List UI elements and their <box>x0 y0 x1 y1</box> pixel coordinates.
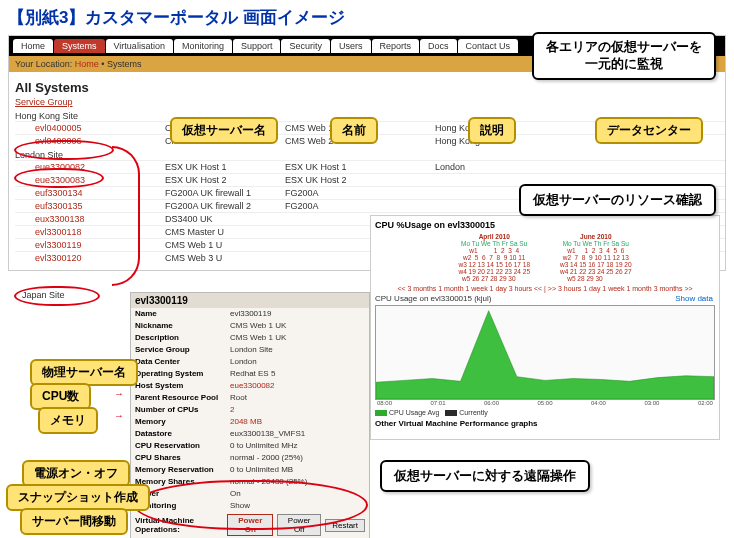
detail-value: CMS Web 1 UK <box>230 332 365 344</box>
detail-row: CPU Reservation0 to Unlimited MHz <box>131 440 369 452</box>
detail-row: CPU Sharesnormal - 2000 (25%) <box>131 452 369 464</box>
callout-remote-ops: 仮想サーバーに対する遠隔操作 <box>380 460 590 492</box>
detail-key: Name <box>135 308 230 320</box>
detail-key: Datastore <box>135 428 230 440</box>
pin-snapshot: スナップショット作成 <box>6 484 150 511</box>
ring-london-site <box>14 168 104 188</box>
legend-item: CPU Usage Avg <box>375 409 445 416</box>
detail-value: Root <box>230 392 365 404</box>
detail-row: Service GroupLondon Site <box>131 344 369 356</box>
system-id-link[interactable]: eux3300138 <box>15 214 165 224</box>
system-name: DS3400 UK <box>165 214 285 224</box>
system-id-link[interactable]: evl3300119 <box>15 240 165 250</box>
detail-row: Parent Resource PoolRoot <box>131 392 369 404</box>
system-id-link[interactable]: evl3300120 <box>15 253 165 263</box>
breadcrumb-home[interactable]: Home <box>75 59 99 69</box>
detail-value: London <box>230 356 365 368</box>
tab-contact-us[interactable]: Contact Us <box>458 39 519 53</box>
tab-virtualisation[interactable]: Virtualisation <box>106 39 173 53</box>
detail-key: Parent Resource Pool <box>135 392 230 404</box>
pin-dc: データセンター <box>595 117 703 144</box>
pin-name: 名前 <box>330 117 378 144</box>
ring-hk-site <box>14 140 114 160</box>
system-name: FG200A UK firewall 1 <box>165 188 285 198</box>
tab-reports[interactable]: Reports <box>372 39 420 53</box>
detail-value[interactable]: eue3300082 <box>230 380 365 392</box>
system-name: CMS Web 3 U <box>165 253 285 263</box>
system-name: CMS Master U <box>165 227 285 237</box>
system-desc: FG200A <box>285 201 435 211</box>
ring-operations <box>134 480 368 530</box>
pin-power: 電源オン・オフ <box>22 460 130 487</box>
tab-systems[interactable]: Systems <box>54 39 105 53</box>
detail-row: Memory2048 MB <box>131 416 369 428</box>
bracket-groups <box>112 146 140 286</box>
detail-value[interactable]: 2 <box>230 404 365 416</box>
detail-key: Data Center <box>135 356 230 368</box>
service-group-link[interactable]: Service Group <box>15 97 725 107</box>
calendar-right: June 2010 Mo Tu We Th Fr Sa Su w1 1 2 3 … <box>560 233 632 282</box>
detail-value[interactable]: 2048 MB <box>230 416 365 428</box>
detail-key: Operating System <box>135 368 230 380</box>
chart-legend: CPU Usage Avg Currently <box>375 406 715 416</box>
detail-key: Memory Reservation <box>135 464 230 476</box>
system-name: FG200A UK firewall 2 <box>165 201 285 211</box>
pin-migrate: サーバー間移動 <box>20 508 128 535</box>
other-graphs-label: Other Virtual Machine Performance graphs <box>375 419 715 428</box>
pin-vs-name: 仮想サーバー名 <box>170 117 278 144</box>
detail-value: London Site <box>230 344 365 356</box>
pin-memory: メモリ <box>38 407 98 434</box>
detail-row: Data CenterLondon <box>131 356 369 368</box>
detail-value: 0 to Unlimited MB <box>230 464 365 476</box>
tab-monitoring[interactable]: Monitoring <box>174 39 232 53</box>
x-tick: 06:00 <box>484 400 499 406</box>
chart-nav-links[interactable]: << 3 months 1 month 1 week 1 day 3 hours… <box>375 285 715 292</box>
detail-value: eux3300138_VMFS1 <box>230 428 365 440</box>
callout-monitor: 各エリアの仮想サーバーを一元的に監視 <box>532 32 716 80</box>
system-desc: ESX UK Host 2 <box>285 175 435 185</box>
all-systems-heading: All Systems <box>15 78 725 97</box>
legend-item: Currently <box>445 409 493 416</box>
detail-key: Nickname <box>135 320 230 332</box>
x-tick: 02:00 <box>698 400 713 406</box>
detail-row: NicknameCMS Web 1 UK <box>131 320 369 332</box>
detail-key: CPU Reservation <box>135 440 230 452</box>
detail-key: Memory <box>135 416 230 428</box>
cpu-usage-chart: CPU %Usage on evl3300015 April 2010 Mo T… <box>370 215 720 440</box>
x-tick: 04:00 <box>591 400 606 406</box>
arrow-cpu: → <box>114 388 124 399</box>
group-japan[interactable]: Japan Site <box>22 290 65 300</box>
show-data-link[interactable]: Show data <box>675 294 713 303</box>
detail-value: evl3300119 <box>230 308 365 320</box>
detail-row: Nameevl3300119 <box>131 308 369 320</box>
breadcrumb-systems[interactable]: Systems <box>107 59 142 69</box>
detail-key: Description <box>135 332 230 344</box>
system-id-link[interactable]: euf3300135 <box>15 201 165 211</box>
detail-key: Number of CPUs <box>135 404 230 416</box>
detail-key: CPU Shares <box>135 452 230 464</box>
tab-security[interactable]: Security <box>281 39 330 53</box>
pin-cpu-count: CPU数 <box>30 383 91 410</box>
tab-users[interactable]: Users <box>331 39 371 53</box>
detail-row: Operating SystemRedhat ES 5 <box>131 368 369 380</box>
system-desc: ESX UK Host 1 <box>285 162 435 172</box>
system-id-link[interactable]: euf3300134 <box>15 188 165 198</box>
system-name: CMS Web 1 U <box>165 240 285 250</box>
detail-row: Number of CPUs2 <box>131 404 369 416</box>
detail-value: normal - 2000 (25%) <box>230 452 365 464</box>
detail-value: 0 to Unlimited MHz <box>230 440 365 452</box>
system-id-link[interactable]: evl0400005 <box>15 123 165 133</box>
page-title: 【別紙3】カスタマーポータル 画面イメージ <box>0 0 734 35</box>
detail-row: Memory Reservation0 to Unlimited MB <box>131 464 369 476</box>
x-tick: 03:00 <box>644 400 659 406</box>
callout-resource: 仮想サーバーのリソース確認 <box>519 184 716 216</box>
chart-subtitle: CPU Usage on evl3300015 (kjul) <box>375 294 492 303</box>
chart-plot-area <box>375 305 715 400</box>
arrow-mem: → <box>114 410 124 421</box>
tab-home[interactable]: Home <box>13 39 53 53</box>
detail-row: Host Systemeue3300082 <box>131 380 369 392</box>
detail-value: Redhat ES 5 <box>230 368 365 380</box>
system-id-link[interactable]: evl3300118 <box>15 227 165 237</box>
tab-docs[interactable]: Docs <box>420 39 457 53</box>
tab-support[interactable]: Support <box>233 39 281 53</box>
